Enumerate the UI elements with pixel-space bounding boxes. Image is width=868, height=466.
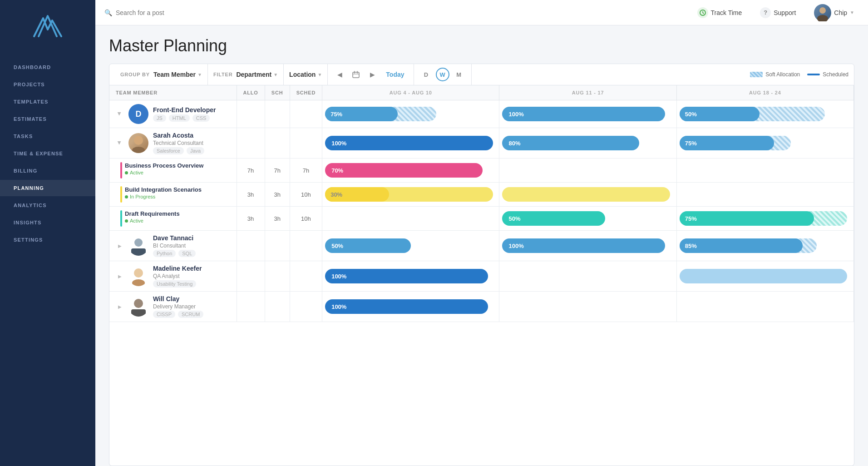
expand-arrow[interactable]: ▶ xyxy=(116,110,124,118)
day-view-button[interactable]: D xyxy=(419,68,433,81)
gantt-cell-1: 50% xyxy=(322,231,499,261)
week-view-button[interactable]: W xyxy=(436,68,449,81)
svg-rect-3 xyxy=(353,72,359,78)
track-time-button[interactable]: Track Time xyxy=(693,5,747,21)
group-by-select[interactable]: Team Member ▼ xyxy=(153,71,202,78)
sched-cell: 10h xyxy=(290,183,322,207)
sidebar-item-settings[interactable]: SETTINGS xyxy=(0,232,95,248)
bar-pct: 80% xyxy=(508,140,520,147)
gantt-cell-1: 100% xyxy=(322,128,499,159)
gantt-cell-3: 85% xyxy=(676,231,853,261)
expand-arrow[interactable]: ▶ xyxy=(116,139,124,147)
sidebar-item-planning[interactable]: PLANNING xyxy=(0,180,95,196)
filter-select[interactable]: Department ▼ xyxy=(236,71,278,78)
sidebar-item-time-expense[interactable]: TIME & EXPENSE xyxy=(0,145,95,162)
sidebar-item-dashboard[interactable]: DASHBOARD xyxy=(0,59,95,75)
sch-cell xyxy=(265,292,290,322)
content-area: Master Planning GROUP BY Team Member ▼ F… xyxy=(95,25,868,466)
status-dot xyxy=(125,171,128,174)
project-info: Business Process Overview Active xyxy=(125,162,203,175)
member-cell: ▶ Madeline Keefer QA Analyst Usability T… xyxy=(109,261,237,292)
avatar xyxy=(128,236,148,256)
table-row: ▶ Madeline Keefer QA Analyst Usability T… xyxy=(109,261,854,292)
main-content: 🔍 Track Time ? Support xyxy=(95,0,868,466)
skill-tag: Salesforce xyxy=(153,147,184,154)
prev-date-button[interactable]: ◀ xyxy=(333,68,346,81)
header-sch: SCH xyxy=(265,85,290,100)
month-view-button[interactable]: M xyxy=(452,68,466,81)
bar-pct: 75% xyxy=(685,140,697,147)
location-chevron-icon: ▼ xyxy=(317,72,322,77)
skill-tags: Python SQL xyxy=(153,250,196,257)
sidebar-item-tasks[interactable]: TASKS xyxy=(0,128,95,144)
bar-pct: 100% xyxy=(331,273,346,280)
project-cell: Build Integration Scenarios In Progress xyxy=(109,183,237,207)
allo-cell: 3h xyxy=(237,183,265,207)
sidebar-item-insights[interactable]: INSIGHTS xyxy=(0,214,95,231)
header-sched: SCHED xyxy=(290,85,322,100)
next-date-button[interactable]: ▶ xyxy=(366,68,379,81)
search-input[interactable] xyxy=(116,9,252,16)
gantt-cell-3 xyxy=(676,183,853,207)
member-cell: ▶ Will Clay Delivery Manager CISSP xyxy=(109,292,237,322)
table-row: ▶ Will Clay Delivery Manager CISSP xyxy=(109,292,854,322)
sidebar-item-analytics[interactable]: ANALYTICS xyxy=(0,197,95,213)
table-row: ▶ Sarah Acosta Technical Consultant Sale… xyxy=(109,128,854,159)
user-menu-button[interactable]: Chip ▼ xyxy=(809,1,859,24)
allo-cell: 7h xyxy=(237,159,265,183)
member-info: Madeline Keefer QA Analyst Usability Tes… xyxy=(153,265,202,288)
gantt-cell-2: 80% xyxy=(499,128,676,159)
topbar-right: Track Time ? Support Chip ▼ xyxy=(693,1,859,24)
header-allo: ALLO xyxy=(237,85,265,100)
svg-point-9 xyxy=(134,238,143,247)
gantt-cell-3 xyxy=(676,292,853,322)
svg-point-12 xyxy=(132,279,145,286)
expand-arrow[interactable]: ▶ xyxy=(116,242,124,250)
expand-arrow[interactable]: ▶ xyxy=(116,272,124,280)
member-name: Madeline Keefer xyxy=(153,265,202,272)
sched-cell: 10h xyxy=(290,207,322,231)
skill-tag: SQL xyxy=(178,250,196,257)
bar-pct: 50% xyxy=(331,243,343,249)
member-role: BI Consultant xyxy=(153,243,196,249)
skill-tags: JS HTML CSS xyxy=(153,114,216,122)
project-color-bar xyxy=(120,162,122,178)
member-cell: ▶ Dave Tannaci BI Consultant Python xyxy=(109,231,237,261)
sidebar-nav: DASHBOARD PROJECTS TEMPLATES ESTIMATES T… xyxy=(0,59,95,248)
member-name: Sarah Acosta xyxy=(153,132,204,139)
bar-pct: 70% xyxy=(331,167,343,174)
allo-cell xyxy=(237,100,265,128)
today-button[interactable]: Today xyxy=(382,69,408,80)
calendar-icon[interactable] xyxy=(350,68,362,81)
member-cell: ▶ Sarah Acosta Technical Consultant Sale… xyxy=(109,128,237,159)
user-name-label: Chip xyxy=(834,9,847,16)
bar-pct: 75% xyxy=(330,111,342,118)
sch-cell: 3h xyxy=(265,183,290,207)
sch-cell: 3h xyxy=(265,207,290,231)
planning-grid: TEAM MEMBER ALLO SCH SCHED AUG 4 - AUG 1… xyxy=(109,85,854,466)
member-name: Front-End Developer xyxy=(153,106,216,114)
bar-pct: 100% xyxy=(331,140,346,147)
sidebar-item-templates[interactable]: TEMPLATES xyxy=(0,94,95,110)
sidebar-item-billing[interactable]: BILLING xyxy=(0,163,95,179)
topbar: 🔍 Track Time ? Support xyxy=(95,0,868,25)
track-time-label: Track Time xyxy=(711,9,742,16)
gantt-cell-3: 50% xyxy=(676,100,853,128)
svg-point-7 xyxy=(134,136,143,145)
header-date2: AUG 11 - 17 xyxy=(499,85,676,100)
support-button[interactable]: ? Support xyxy=(755,5,800,21)
skill-tag: HTML xyxy=(169,114,190,122)
svg-point-2 xyxy=(817,15,828,21)
bar-pct: 50% xyxy=(685,111,697,118)
location-select[interactable]: Location ▼ xyxy=(289,71,322,78)
member-cell: ▶ D Front-End Developer JS HTML CSS xyxy=(109,100,237,128)
track-time-icon xyxy=(697,7,708,18)
svg-point-11 xyxy=(134,268,143,278)
allo-cell xyxy=(237,128,265,159)
sidebar-item-projects[interactable]: PROJECTS xyxy=(0,76,95,93)
bar-pct: 75% xyxy=(685,215,697,222)
expand-arrow[interactable]: ▶ xyxy=(116,302,124,311)
sched-cell: 7h xyxy=(290,159,322,183)
gantt-cell-1: 70% xyxy=(322,159,499,183)
sidebar-item-estimates[interactable]: ESTIMATES xyxy=(0,111,95,127)
